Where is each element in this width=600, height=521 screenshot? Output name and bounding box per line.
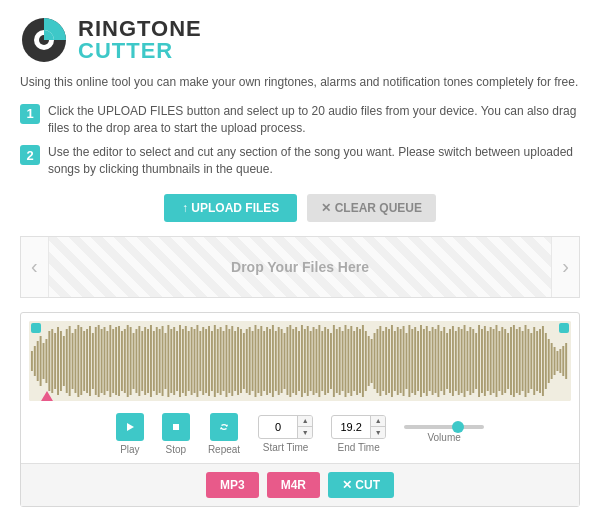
svg-rect-182 <box>548 339 550 383</box>
drop-zone-text: Drop Your Files Here <box>231 259 369 275</box>
svg-rect-36 <box>124 329 126 393</box>
start-time-up[interactable]: ▲ <box>298 416 312 427</box>
waveform-handle-left[interactable] <box>31 323 41 333</box>
repeat-label: Repeat <box>208 444 240 455</box>
svg-rect-51 <box>167 325 169 397</box>
svg-rect-146 <box>443 327 445 395</box>
svg-rect-20 <box>77 325 79 397</box>
svg-rect-111 <box>342 331 344 391</box>
svg-rect-179 <box>539 329 541 393</box>
svg-rect-106 <box>327 329 329 393</box>
volume-slider[interactable] <box>404 425 484 429</box>
svg-rect-52 <box>170 329 172 393</box>
svg-rect-75 <box>237 327 239 395</box>
play-icon <box>125 422 135 432</box>
waveform-playhead-pin[interactable] <box>41 391 53 401</box>
svg-rect-181 <box>545 333 547 389</box>
svg-rect-43 <box>144 327 146 395</box>
svg-rect-144 <box>437 325 439 397</box>
svg-rect-14 <box>60 331 62 391</box>
svg-rect-86 <box>269 329 271 393</box>
upload-button[interactable]: ↑ UPLOAD FILES <box>164 194 297 222</box>
play-button[interactable] <box>116 413 144 441</box>
svg-rect-91 <box>284 333 286 389</box>
svg-rect-74 <box>234 331 236 391</box>
svg-rect-84 <box>263 331 265 391</box>
svg-rect-62 <box>199 331 201 391</box>
end-time-input[interactable] <box>332 418 370 436</box>
svg-rect-16 <box>66 329 68 393</box>
svg-rect-123 <box>376 329 378 393</box>
svg-rect-168 <box>507 333 509 389</box>
svg-rect-58 <box>188 331 190 391</box>
svg-rect-122 <box>374 333 376 389</box>
svg-rect-59 <box>191 327 193 395</box>
m4r-button[interactable]: M4R <box>267 472 320 498</box>
svg-rect-178 <box>536 331 538 391</box>
svg-rect-132 <box>403 326 405 396</box>
svg-rect-162 <box>490 327 492 395</box>
svg-rect-125 <box>382 331 384 391</box>
svg-rect-13 <box>57 327 59 395</box>
svg-rect-25 <box>92 333 94 389</box>
svg-rect-70 <box>223 331 225 391</box>
svg-rect-55 <box>179 325 181 397</box>
svg-rect-149 <box>452 326 454 396</box>
svg-rect-24 <box>89 326 91 396</box>
waveform-container[interactable] <box>29 321 571 401</box>
svg-rect-4 <box>31 351 33 371</box>
svg-rect-19 <box>74 329 76 393</box>
svg-rect-17 <box>69 326 71 396</box>
svg-rect-190 <box>173 424 179 430</box>
stop-button[interactable] <box>162 413 190 441</box>
waveform-handle-right[interactable] <box>559 323 569 333</box>
svg-rect-32 <box>112 329 114 393</box>
svg-rect-128 <box>391 325 393 397</box>
svg-rect-99 <box>307 326 309 396</box>
start-time-input[interactable] <box>259 418 297 436</box>
cut-button[interactable]: ✕ CUT <box>328 472 394 498</box>
start-time-down[interactable]: ▼ <box>298 427 312 438</box>
repeat-group: Repeat <box>208 413 240 455</box>
end-time-input-box: ▲ ▼ <box>331 415 386 439</box>
svg-rect-82 <box>257 329 259 393</box>
svg-rect-170 <box>513 325 515 397</box>
svg-rect-173 <box>522 331 524 391</box>
svg-rect-116 <box>356 327 358 395</box>
svg-rect-78 <box>246 329 248 393</box>
logo-cutter: CUTTER <box>78 40 202 62</box>
clear-queue-button[interactable]: ✕ CLEAR QUEUE <box>307 194 436 222</box>
svg-rect-21 <box>80 327 82 395</box>
svg-rect-61 <box>196 325 198 397</box>
svg-rect-15 <box>63 336 65 386</box>
end-time-up[interactable]: ▲ <box>371 416 385 427</box>
svg-rect-98 <box>304 329 306 393</box>
svg-rect-57 <box>185 326 187 396</box>
svg-rect-136 <box>414 327 416 395</box>
drop-zone[interactable]: Drop Your Files Here <box>48 237 553 297</box>
svg-rect-164 <box>496 325 498 397</box>
svg-rect-155 <box>469 327 471 395</box>
svg-rect-79 <box>249 327 251 395</box>
svg-rect-186 <box>559 349 561 373</box>
svg-rect-18 <box>72 333 74 389</box>
svg-rect-131 <box>400 329 402 393</box>
logo-icon <box>20 16 68 64</box>
end-time-down[interactable]: ▼ <box>371 427 385 438</box>
svg-rect-177 <box>533 327 535 395</box>
svg-rect-184 <box>554 347 556 375</box>
play-group: Play <box>116 413 144 455</box>
svg-rect-80 <box>252 331 254 391</box>
mp3-button[interactable]: MP3 <box>206 472 259 498</box>
svg-rect-96 <box>298 331 300 391</box>
step-number-1: 1 <box>20 104 40 124</box>
svg-rect-153 <box>464 325 466 397</box>
nav-left-button[interactable]: ‹ <box>21 237 48 297</box>
svg-rect-171 <box>516 329 518 393</box>
svg-rect-26 <box>95 327 97 395</box>
svg-rect-109 <box>336 329 338 393</box>
repeat-button[interactable] <box>210 413 238 441</box>
svg-rect-35 <box>121 331 123 391</box>
nav-right-button[interactable]: › <box>552 237 579 297</box>
svg-rect-188 <box>565 343 567 379</box>
